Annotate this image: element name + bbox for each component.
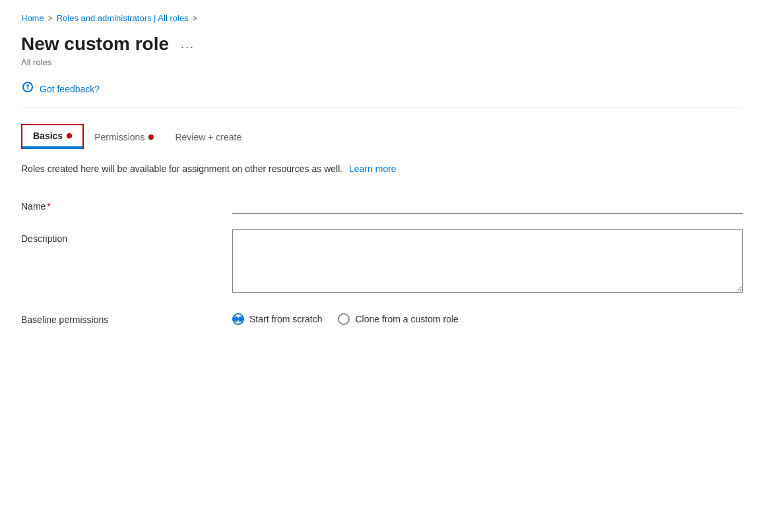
form-section: Name* Description Baseline permissions S… bbox=[21, 197, 743, 341]
breadcrumb-sep-1: > bbox=[48, 14, 53, 23]
radio-scratch[interactable]: Start from scratch bbox=[232, 313, 322, 325]
tab-review-label: Review + create bbox=[175, 132, 241, 142]
baseline-control-wrap: Start from scratch Clone from a custom r… bbox=[232, 310, 743, 325]
name-input[interactable] bbox=[232, 197, 743, 214]
page-subtitle: All roles bbox=[21, 57, 743, 67]
radio-clone[interactable]: Clone from a custom role bbox=[338, 313, 458, 325]
tab-permissions[interactable]: Permissions bbox=[84, 127, 164, 149]
radio-clone-circle bbox=[338, 313, 350, 325]
name-control-wrap bbox=[232, 197, 743, 214]
description-control-wrap bbox=[232, 229, 743, 295]
more-options-button[interactable]: ... bbox=[177, 36, 199, 53]
description-label: Description bbox=[21, 229, 232, 244]
info-text: Roles created here will be available for… bbox=[21, 163, 342, 174]
name-label: Name* bbox=[21, 197, 232, 212]
description-textarea[interactable] bbox=[232, 229, 743, 293]
radio-clone-label: Clone from a custom role bbox=[355, 314, 458, 324]
feedback-link[interactable]: Got feedback? bbox=[40, 84, 100, 94]
name-required-star: * bbox=[47, 201, 50, 212]
feedback-icon bbox=[21, 80, 34, 97]
breadcrumb-sep-2: > bbox=[193, 14, 197, 23]
page-title: New custom role bbox=[21, 34, 169, 55]
tab-basics[interactable]: Basics bbox=[21, 124, 84, 149]
radio-scratch-circle bbox=[232, 313, 244, 325]
tab-permissions-label: Permissions bbox=[94, 132, 144, 142]
tab-basics-error-badge bbox=[67, 133, 72, 138]
baseline-radio-group: Start from scratch Clone from a custom r… bbox=[232, 310, 743, 325]
baseline-form-row: Baseline permissions Start from scratch … bbox=[21, 310, 743, 325]
tab-basics-label: Basics bbox=[33, 131, 63, 141]
radio-scratch-label: Start from scratch bbox=[249, 314, 322, 324]
tabs-container: Basics Permissions Review + create bbox=[21, 124, 743, 149]
breadcrumb-roles[interactable]: Roles and administrators | All roles bbox=[57, 13, 189, 23]
tab-review[interactable]: Review + create bbox=[164, 127, 252, 149]
baseline-label: Baseline permissions bbox=[21, 310, 232, 325]
name-form-row: Name* bbox=[21, 197, 743, 214]
tab-permissions-error-badge bbox=[148, 134, 154, 140]
learn-more-link[interactable]: Learn more bbox=[349, 163, 397, 174]
info-bar: Roles created here will be available for… bbox=[21, 162, 743, 176]
breadcrumb-home[interactable]: Home bbox=[21, 13, 44, 23]
description-form-row: Description bbox=[21, 229, 743, 295]
page-title-row: New custom role ... bbox=[21, 34, 743, 55]
feedback-bar: Got feedback? bbox=[21, 80, 743, 108]
breadcrumb: Home > Roles and administrators | All ro… bbox=[21, 13, 743, 23]
